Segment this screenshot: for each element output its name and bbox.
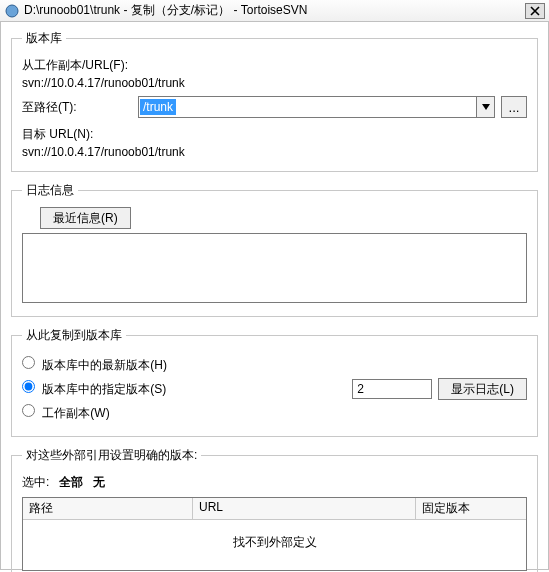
close-button[interactable] (525, 3, 545, 19)
col-url-header[interactable]: URL (193, 498, 416, 519)
repository-group: 版本库 从工作副本/URL(F): svn://10.0.4.17/runoob… (11, 30, 538, 172)
externals-select-row: 选中: 全部 无 (22, 474, 527, 491)
svg-point-0 (6, 5, 18, 17)
app-icon (4, 3, 20, 19)
col-rev-header[interactable]: 固定版本 (416, 498, 526, 519)
chevron-down-icon (476, 97, 494, 117)
window-body: 版本库 从工作副本/URL(F): svn://10.0.4.17/runoob… (0, 22, 549, 570)
copy-group: 从此复制到版本库 版本库中的最新版本(H) 版本库中的指定版本(S) 显示日志(… (11, 327, 538, 437)
to-path-selected: /trunk (140, 99, 176, 115)
copy-legend: 从此复制到版本库 (22, 327, 126, 344)
to-path-combobox[interactable]: /trunk (138, 96, 495, 118)
to-path-label: 至路径(T): (22, 99, 132, 116)
repository-legend: 版本库 (22, 30, 66, 47)
radio-working-copy-input[interactable] (22, 404, 35, 417)
log-message-textarea[interactable] (22, 233, 527, 303)
externals-table-header: 路径 URL 固定版本 (23, 498, 526, 520)
externals-legend: 对这些外部引用设置明确的版本: (22, 447, 201, 464)
window-title: D:\runoob01\trunk - 复制（分支/标记） - Tortoise… (24, 2, 525, 19)
recent-messages-button[interactable]: 最近信息(R) (40, 207, 131, 229)
revision-input[interactable] (352, 379, 432, 399)
radio-head-revision-input[interactable] (22, 356, 35, 369)
externals-empty-text: 找不到外部定义 (23, 520, 526, 551)
radio-specific-revision-input[interactable] (22, 380, 35, 393)
from-url-label: 从工作副本/URL(F): (22, 57, 527, 74)
externals-group: 对这些外部引用设置明确的版本: 选中: 全部 无 路径 URL 固定版本 找不到… (11, 447, 538, 572)
radio-specific-revision[interactable]: 版本库中的指定版本(S) (22, 380, 346, 398)
title-bar: D:\runoob01\trunk - 复制（分支/标记） - Tortoise… (0, 0, 549, 22)
externals-table: 路径 URL 固定版本 找不到外部定义 (22, 497, 527, 571)
col-path-header[interactable]: 路径 (23, 498, 193, 519)
target-url-value: svn://10.0.4.17/runoob01/trunk (22, 145, 527, 159)
externals-select-all-link[interactable]: 全部 (59, 475, 83, 489)
log-group: 日志信息 最近信息(R) (11, 182, 538, 317)
log-legend: 日志信息 (22, 182, 78, 199)
radio-head-revision[interactable]: 版本库中的最新版本(H) (22, 356, 167, 374)
externals-select-none-link[interactable]: 无 (93, 475, 105, 489)
show-log-button[interactable]: 显示日志(L) (438, 378, 527, 400)
from-url-value: svn://10.0.4.17/runoob01/trunk (22, 76, 527, 90)
browse-button[interactable]: ... (501, 96, 527, 118)
radio-working-copy[interactable]: 工作副本(W) (22, 404, 110, 422)
target-url-label: 目标 URL(N): (22, 126, 527, 143)
